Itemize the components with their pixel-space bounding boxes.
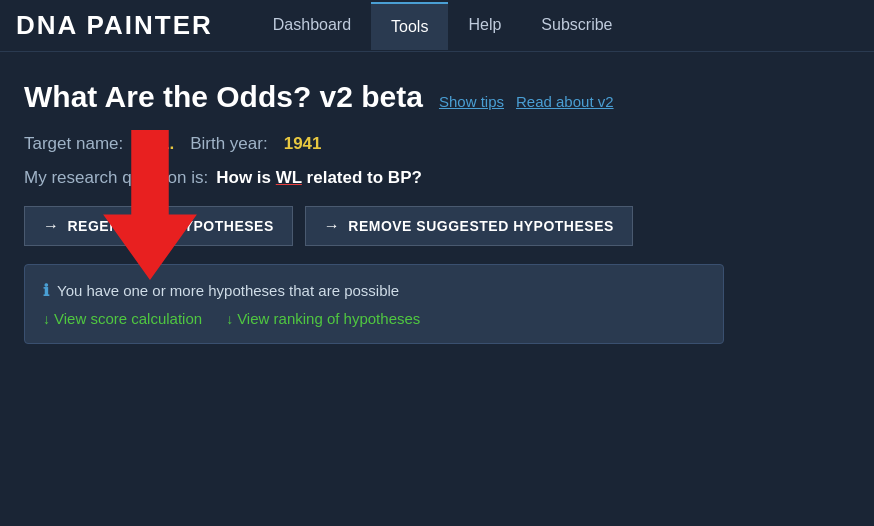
show-tips-link[interactable]: Show tips bbox=[439, 93, 504, 110]
nav-help[interactable]: Help bbox=[448, 2, 521, 50]
fields-row: Target name: W.L. Birth year: 1941 bbox=[24, 134, 850, 154]
research-question-value: How is WL related to BP? bbox=[216, 168, 422, 188]
remove-arrow-icon: → bbox=[324, 217, 341, 235]
research-wl: WL bbox=[276, 168, 302, 187]
main-content: What Are the Odds? v2 beta Show tips Rea… bbox=[0, 52, 874, 364]
page-title-row: What Are the Odds? v2 beta Show tips Rea… bbox=[24, 80, 850, 114]
research-question-label: My research question is: bbox=[24, 168, 208, 188]
info-text: You have one or more hypotheses that are… bbox=[57, 282, 399, 299]
nav-dashboard[interactable]: Dashboard bbox=[253, 2, 371, 50]
page-title: What Are the Odds? v2 beta bbox=[24, 80, 423, 114]
regenerate-hypotheses-button[interactable]: → REGENERATE HYPOTHESES bbox=[24, 206, 293, 246]
buttons-row: → REGENERATE HYPOTHESES → REMOVE SUGGEST… bbox=[24, 206, 850, 246]
remove-suggested-button[interactable]: → REMOVE SUGGESTED HYPOTHESES bbox=[305, 206, 633, 246]
navbar: DNA PAINTER Dashboard Tools Help Subscri… bbox=[0, 0, 874, 52]
score-arrow-icon: ↓ bbox=[43, 311, 50, 327]
remove-label: REMOVE SUGGESTED HYPOTHESES bbox=[348, 218, 614, 234]
site-logo: DNA PAINTER bbox=[16, 10, 213, 41]
ranking-arrow-icon: ↓ bbox=[226, 311, 233, 327]
research-row: My research question is: How is WL relat… bbox=[24, 168, 850, 188]
info-links: ↓ View score calculation ↓ View ranking … bbox=[43, 310, 705, 327]
ranking-link-label: View ranking of hypotheses bbox=[237, 310, 420, 327]
birth-year-label: Birth year: bbox=[190, 134, 267, 154]
nav-tools[interactable]: Tools bbox=[371, 2, 448, 50]
nav-subscribe[interactable]: Subscribe bbox=[521, 2, 632, 50]
view-score-link[interactable]: ↓ View score calculation bbox=[43, 310, 202, 327]
target-name-label: Target name: bbox=[24, 134, 123, 154]
read-about-link[interactable]: Read about v2 bbox=[516, 93, 614, 110]
page-title-links: Show tips Read about v2 bbox=[439, 93, 614, 110]
info-box: ℹ You have one or more hypotheses that a… bbox=[24, 264, 724, 344]
regen-arrow-icon: → bbox=[43, 217, 60, 235]
birth-year-value: 1941 bbox=[284, 134, 322, 154]
view-ranking-link[interactable]: ↓ View ranking of hypotheses bbox=[226, 310, 420, 327]
nav-links: Dashboard Tools Help Subscribe bbox=[253, 2, 858, 50]
target-name-value: W.L. bbox=[139, 134, 174, 154]
info-message: ℹ You have one or more hypotheses that a… bbox=[43, 281, 705, 300]
regenerate-label: REGENERATE HYPOTHESES bbox=[68, 218, 274, 234]
info-icon: ℹ bbox=[43, 281, 49, 300]
score-link-label: View score calculation bbox=[54, 310, 202, 327]
